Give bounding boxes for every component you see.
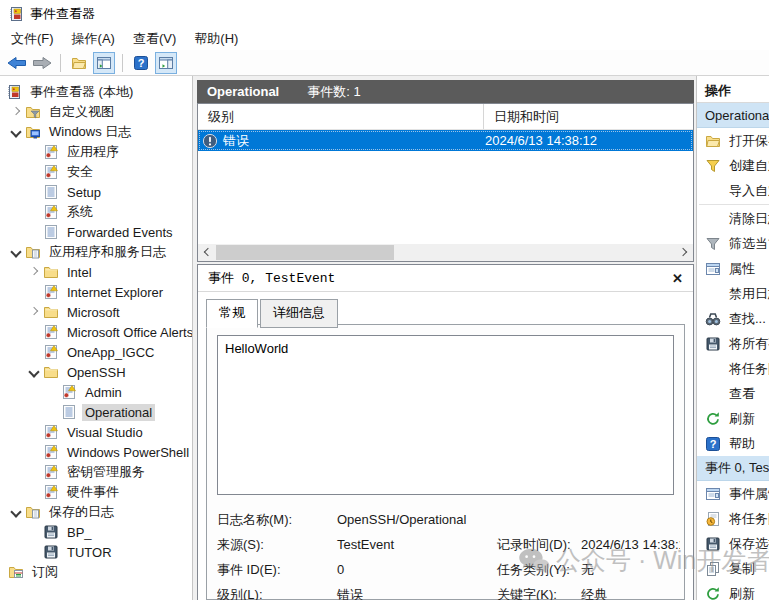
action-save-all-events[interactable]: 将所有事件另存为... [697,331,769,356]
field-value-source: TestEvent [337,537,497,552]
tree-item-label: OpenSSH [64,364,129,381]
scroll-right-arrow[interactable] [676,244,693,261]
tree-item-security[interactable]: 安全 [0,162,192,182]
event-detail-header: 事件 0, TestEvent ✕ [198,265,693,292]
list-log-icon [43,184,59,200]
action-view[interactable]: 查看 [697,381,769,406]
chevron-down-icon[interactable] [26,364,43,380]
tree-item-internet-explorer[interactable]: Internet Explorer [0,282,192,302]
refresh-icon [705,411,721,427]
action-filter-current-log[interactable]: 筛选当前日志... [697,231,769,256]
chevron-down-icon[interactable] [8,124,25,140]
tree-item-label: 应用程序和服务日志 [46,242,169,262]
event-log-icon [61,384,77,400]
event-fields: 日志名称(M): OpenSSH/Operational 来源(S): Test… [217,507,680,600]
column-level[interactable]: 级别 [198,104,483,129]
tree-item-bp[interactable]: BP_ [0,522,192,542]
list-column-header: 级别 日期和时间 [198,104,693,130]
tree-item-custom-views[interactable]: 自定义视图 [0,102,192,122]
action-attach-task-to-log[interactable]: 将任务附加到此日志... [697,356,769,381]
tree-item-label: 事件查看器 (本地) [27,82,136,102]
chevron-down-icon[interactable] [8,504,25,520]
action-find[interactable]: 查找... [697,306,769,331]
menu-help[interactable]: 帮助(H) [185,28,247,50]
tree-item-application[interactable]: 应用程序 [0,142,192,162]
action-disable-log[interactable]: 禁用日志 [697,281,769,306]
tree-item-windows-powershell[interactable]: Windows PowerShell [0,442,192,462]
action-help[interactable]: ?帮助 [697,431,769,456]
save-icon [705,536,721,552]
tree-item-saved-logs[interactable]: 保存的日志 [0,502,192,522]
action-label: 查看 [729,385,755,403]
tree-item-openssh[interactable]: OpenSSH [0,362,192,382]
action-save-selected-events[interactable]: 保存选择的事件... [697,531,769,556]
tree-item-intel[interactable]: Intel [0,262,192,282]
tree-item-setup[interactable]: Setup [0,182,192,202]
tree-item-label: Intel [64,264,95,281]
event-detail-title: 事件 0, TestEvent [208,269,335,287]
event-viewer-icon [6,84,22,100]
chevron-down-icon[interactable] [8,244,25,260]
help-button[interactable]: ? [130,52,152,74]
action-attach-task-to-event[interactable]: 将任务附加到此事件... [697,506,769,531]
show-console-tree-button[interactable] [93,52,115,74]
action-create-custom-view[interactable]: 创建自定义视图... [697,153,769,178]
action-import-custom-view[interactable]: 导入自定义视图... [697,178,769,203]
tab-general[interactable]: 常规 [206,299,258,328]
menu-file[interactable]: 文件(F) [2,28,63,50]
chevron-right-icon[interactable] [8,104,25,120]
tree-item-hardware-events[interactable]: 硬件事件 [0,482,192,502]
tree-item-system[interactable]: 系统 [0,202,192,222]
show-action-pane-button[interactable] [155,52,177,74]
action-pane-title: 操作 [697,80,769,103]
back-button[interactable] [6,52,28,74]
action-refresh-event[interactable]: 刷新 [697,581,769,600]
tree-item-oneapp-igcc[interactable]: OneApp_IGCC [0,342,192,362]
tree-item-openssh-operational[interactable]: Operational [0,402,192,422]
forward-button[interactable] [31,52,53,74]
close-icon[interactable]: ✕ [672,271,683,286]
event-row[interactable]: 错误 2024/6/13 14:38:12 [198,130,693,151]
tree-item-app-services-logs[interactable]: 应用程序和服务日志 [0,242,192,262]
tree-item-event-viewer-local[interactable]: 事件查看器 (本地) [0,82,192,102]
action-event-properties[interactable]: 事件属性 [697,481,769,506]
tab-details[interactable]: 详细信息 [260,299,338,328]
action-section-operational[interactable]: Operational [697,103,769,128]
action-copy[interactable]: 复制 [697,556,769,581]
scroll-left-arrow[interactable] [198,244,215,261]
action-clear-log[interactable]: 清除日志... [697,206,769,231]
event-datetime: 2024/6/13 14:38:12 [479,133,597,148]
column-datetime[interactable]: 日期和时间 [483,104,693,129]
event-message-box[interactable]: HelloWorld [217,335,674,495]
tree-item-forwarded-events[interactable]: Forwarded Events [0,222,192,242]
tree-item-windows-logs[interactable]: Windows 日志 [0,122,192,142]
tree-item-subscriptions[interactable]: 订阅 [0,562,192,582]
open-saved-log-button[interactable] [68,52,90,74]
action-properties[interactable]: 属性 [697,256,769,281]
action-section-event[interactable]: 事件 0, TestEvent [697,456,769,481]
error-icon [202,133,218,149]
tree-item-office-alerts[interactable]: Microsoft Office Alerts [0,322,192,342]
action-open-saved-log[interactable]: 打开保存的日志... [697,128,769,153]
field-value-logged: 2024/6/13 14:38:12 [581,537,680,552]
action-refresh[interactable]: 刷新 [697,406,769,431]
tree-item-visual-studio[interactable]: Visual Studio [0,422,192,442]
filter-icon [705,236,721,252]
tree-item-openssh-admin[interactable]: Admin [0,382,192,402]
filter-create-icon [705,158,721,174]
toolbar: ? [0,50,769,76]
tree-item-tutor[interactable]: TUTOR [0,542,192,562]
horizontal-scrollbar[interactable] [198,244,693,261]
action-label: 属性 [729,260,755,278]
tree-item-label: 保存的日志 [46,502,117,522]
menu-action[interactable]: 操作(A) [63,28,124,50]
event-list: 级别 日期和时间 错误 2024/6/13 14:38:12 [197,103,694,262]
chevron-right-icon[interactable] [26,264,43,280]
tree-item-label: Visual Studio [64,424,146,441]
tree-item-microsoft[interactable]: Microsoft [0,302,192,322]
folder-icon [43,264,59,280]
tree-item-key-management[interactable]: 密钥管理服务 [0,462,192,482]
menu-view[interactable]: 查看(V) [124,28,185,50]
chevron-right-icon[interactable] [26,304,43,320]
scrollbar-thumb[interactable] [216,245,394,260]
